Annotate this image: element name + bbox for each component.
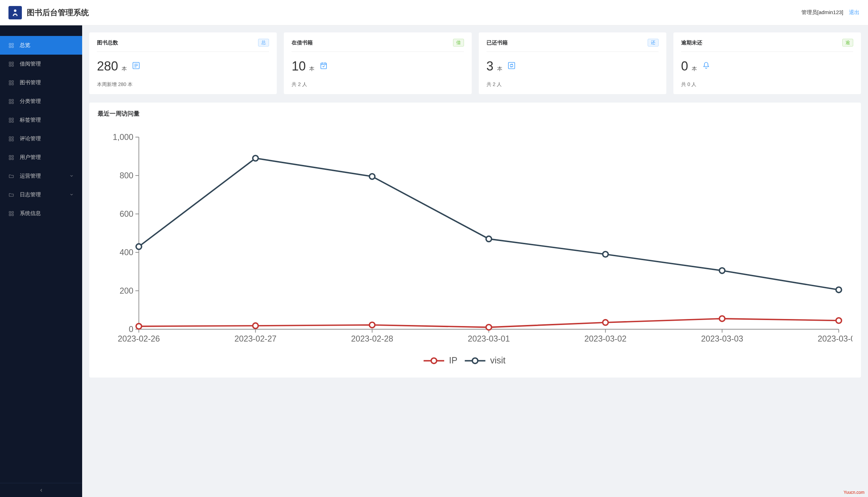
visits-line-chart: 02004006008001,0002023-02-262023-02-2720… xyxy=(98,123,852,370)
grid-icon xyxy=(8,43,14,48)
y-tick-label: 200 xyxy=(120,286,133,295)
svg-rect-10 xyxy=(9,81,11,82)
sidebar-item-7[interactable]: 运营管理 xyxy=(0,167,82,185)
folder-icon xyxy=(8,192,14,198)
grid-icon xyxy=(8,211,14,216)
svg-rect-13 xyxy=(12,83,13,85)
chart-point xyxy=(486,325,492,330)
svg-rect-23 xyxy=(12,137,13,139)
y-tick-label: 800 xyxy=(120,171,133,180)
bell-icon xyxy=(702,61,710,71)
grid-icon xyxy=(8,155,14,160)
svg-point-0 xyxy=(14,9,17,12)
logo xyxy=(8,6,22,19)
stat-tag: 还 xyxy=(648,39,659,47)
x-tick-label: 2023-02-26 xyxy=(118,334,160,343)
chart-point xyxy=(836,318,842,324)
y-tick-label: 400 xyxy=(120,248,133,257)
stat-card-3: 逾期未还逾0本共 0 人 xyxy=(673,32,861,94)
chart-line-visit xyxy=(139,158,839,290)
chart-legend: IPvisit xyxy=(424,355,506,365)
chart-point xyxy=(719,316,725,321)
svg-rect-33 xyxy=(12,214,13,216)
x-tick-label: 2023-03-04 xyxy=(818,334,852,343)
svg-rect-7 xyxy=(12,62,13,64)
svg-rect-14 xyxy=(9,99,11,101)
y-tick-label: 1,000 xyxy=(113,133,133,142)
stat-footer: 本周新增 280 本 xyxy=(97,75,269,88)
admin-label[interactable]: 管理员[admin123] xyxy=(801,9,843,16)
stat-value: 10 xyxy=(292,59,306,74)
logout-link[interactable]: 退出 xyxy=(849,9,860,16)
stat-tag: 借 xyxy=(453,39,464,47)
sidebar-item-label: 图书管理 xyxy=(20,79,41,86)
stat-value: 3 xyxy=(487,59,494,74)
sidebar-item-5[interactable]: 评论管理 xyxy=(0,129,82,148)
svg-rect-12 xyxy=(9,83,11,85)
chevron-left-icon xyxy=(39,488,44,493)
chart-point xyxy=(369,174,375,179)
sidebar-item-4[interactable]: 标签管理 xyxy=(0,111,82,129)
svg-rect-28 xyxy=(9,158,11,160)
svg-text:visit: visit xyxy=(490,355,506,365)
svg-rect-11 xyxy=(12,81,13,82)
svg-rect-1 xyxy=(14,14,17,16)
sidebar-collapse-toggle[interactable] xyxy=(0,483,82,497)
svg-rect-4 xyxy=(9,46,11,48)
sidebar-item-label: 用户管理 xyxy=(20,154,41,161)
stat-title: 在借书籍 xyxy=(292,39,313,46)
x-tick-label: 2023-03-02 xyxy=(585,334,626,343)
chart-point xyxy=(253,155,258,161)
sidebar-item-9[interactable]: 系统信息 xyxy=(0,204,82,223)
grid-icon xyxy=(8,136,14,142)
y-tick-label: 0 xyxy=(129,325,133,334)
sidebar-item-6[interactable]: 用户管理 xyxy=(0,148,82,167)
svg-rect-25 xyxy=(12,139,13,141)
svg-rect-2 xyxy=(9,43,11,45)
grid-icon xyxy=(8,61,14,67)
chart-point xyxy=(253,323,258,329)
sidebar-item-label: 总览 xyxy=(20,42,30,49)
svg-rect-27 xyxy=(12,155,13,157)
stat-title: 逾期未还 xyxy=(681,39,702,46)
svg-rect-17 xyxy=(12,102,13,104)
watermark: Yuucn.com xyxy=(844,490,864,495)
sidebar-item-1[interactable]: 借阅管理 xyxy=(0,55,82,73)
chart-point xyxy=(369,322,375,328)
chart-point xyxy=(719,268,725,274)
stat-title: 图书总数 xyxy=(97,39,118,46)
svg-text:IP: IP xyxy=(449,355,458,365)
sidebar-item-8[interactable]: 日志管理 xyxy=(0,185,82,204)
chart-point xyxy=(136,324,142,329)
chart-point xyxy=(136,244,142,250)
stat-unit: 本 xyxy=(692,66,697,72)
stat-tag: 总 xyxy=(258,39,269,47)
sidebar-item-label: 分类管理 xyxy=(20,98,41,105)
sidebar-item-0[interactable]: 总览 xyxy=(0,36,82,55)
chart-panel: 最近一周访问量 02004006008001,0002023-02-262023… xyxy=(89,103,861,378)
svg-rect-3 xyxy=(12,43,13,45)
sidebar-item-label: 评论管理 xyxy=(20,135,41,142)
stat-card-2: 已还书籍还3本共 2 人 xyxy=(479,32,666,94)
sidebar-item-label: 日志管理 xyxy=(20,191,41,198)
x-tick-label: 2023-02-27 xyxy=(234,334,276,343)
stat-value: 0 xyxy=(681,59,688,74)
svg-rect-32 xyxy=(9,214,11,216)
chart-title: 最近一周访问量 xyxy=(98,110,852,118)
y-tick-label: 600 xyxy=(120,209,133,219)
sidebar-item-label: 系统信息 xyxy=(20,210,41,217)
svg-rect-16 xyxy=(9,102,11,104)
chart-point xyxy=(603,320,609,325)
stat-tag: 逾 xyxy=(842,39,853,47)
stat-unit: 本 xyxy=(309,66,314,72)
refresh-icon xyxy=(507,61,516,71)
stat-footer: 共 2 人 xyxy=(487,75,659,88)
x-tick-label: 2023-03-01 xyxy=(468,334,510,343)
sidebar-item-3[interactable]: 分类管理 xyxy=(0,92,82,111)
stat-card-1: 在借书籍借10本共 2 人 xyxy=(284,32,471,94)
svg-rect-6 xyxy=(9,62,11,64)
app-title: 图书后台管理系统 xyxy=(27,7,89,18)
sidebar-item-2[interactable]: 图书管理 xyxy=(0,73,82,92)
chart-point xyxy=(603,252,609,257)
svg-point-62 xyxy=(472,358,478,364)
